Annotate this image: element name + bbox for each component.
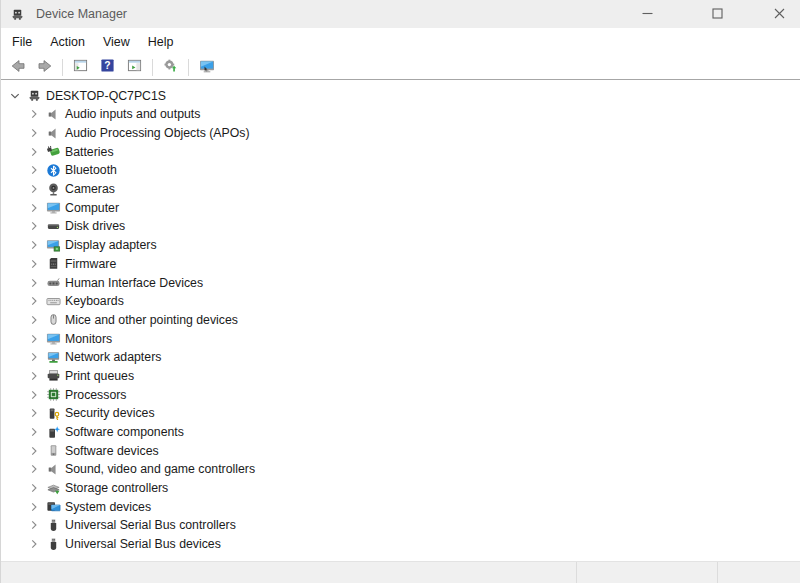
chevron-right-icon[interactable] <box>26 293 42 309</box>
menu-file[interactable]: File <box>3 31 41 53</box>
chevron-right-icon[interactable] <box>26 405 42 421</box>
chevron-down-icon[interactable] <box>7 88 23 104</box>
chevron-right-icon[interactable] <box>26 443 42 459</box>
tree-item[interactable]: Keyboards <box>1 292 800 311</box>
minimize-icon <box>642 7 653 22</box>
tree-item-label: Processors <box>65 388 127 402</box>
title-bar: Device Manager <box>1 0 800 28</box>
chevron-right-icon[interactable] <box>26 181 42 197</box>
chevron-right-icon[interactable] <box>26 517 42 533</box>
tree-item[interactable]: Display adapters <box>1 236 800 255</box>
chevron-right-icon[interactable] <box>26 331 42 347</box>
menu-view[interactable]: View <box>94 31 139 53</box>
usb-icon <box>45 536 61 552</box>
chevron-right-icon[interactable] <box>26 499 42 515</box>
forward-button[interactable] <box>32 57 57 78</box>
chevron-right-icon[interactable] <box>26 536 42 552</box>
menu-bar: FileActionViewHelp <box>1 28 800 55</box>
desktop-strip <box>1 561 800 583</box>
chevron-right-icon[interactable] <box>26 368 42 384</box>
tree-item[interactable]: Universal Serial Bus controllers <box>1 516 800 535</box>
forward-arrow-icon <box>37 58 53 77</box>
tree-item-label: Computer <box>65 201 119 215</box>
tree-item[interactable]: Software devices <box>1 441 800 460</box>
tree-item[interactable]: Cameras <box>1 180 800 199</box>
scan-hardware-changes-button[interactable] <box>158 57 183 78</box>
software-component-icon <box>45 424 61 440</box>
window-title: Device Manager <box>36 7 127 21</box>
maximize-button[interactable] <box>695 0 739 28</box>
tree-item[interactable]: Processors <box>1 385 800 404</box>
menu-action[interactable]: Action <box>41 31 94 53</box>
chevron-right-icon[interactable] <box>26 200 42 216</box>
speaker-icon <box>45 461 61 477</box>
close-icon <box>774 7 785 22</box>
chevron-right-icon[interactable] <box>26 480 42 496</box>
computer-device-icon <box>26 88 42 104</box>
chevron-right-icon[interactable] <box>26 387 42 403</box>
chevron-right-icon[interactable] <box>26 106 42 122</box>
close-button[interactable] <box>757 0 800 28</box>
help-icon: ? <box>100 58 115 76</box>
tree-item[interactable]: Storage controllers <box>1 479 800 498</box>
chevron-right-icon[interactable] <box>26 125 42 141</box>
strip-divider <box>717 562 718 583</box>
computer-view-button[interactable] <box>194 57 219 78</box>
tree-item[interactable]: Human Interface Devices <box>1 273 800 292</box>
toolbar-separator <box>62 59 63 76</box>
tree-item-label: Human Interface Devices <box>65 276 203 290</box>
tree-root[interactable]: DESKTOP-QC7PC1S <box>1 86 800 105</box>
chevron-right-icon[interactable] <box>26 275 42 291</box>
chevron-right-icon[interactable] <box>26 218 42 234</box>
tree-item[interactable]: Print queues <box>1 367 800 386</box>
device-tree: DESKTOP-QC7PC1S Audio inputs and outputs… <box>1 80 800 562</box>
show-console-tree-button[interactable] <box>68 57 93 78</box>
tree-item[interactable]: Audio Processing Objects (APOs) <box>1 124 800 143</box>
minimize-button[interactable] <box>625 0 669 28</box>
tree-item-label: Audio inputs and outputs <box>65 107 200 121</box>
tree-item-label: Bluetooth <box>65 163 117 177</box>
tree-item[interactable]: Bluetooth <box>1 161 800 180</box>
help-button[interactable]: ? <box>95 57 120 78</box>
mouse-icon <box>45 312 61 328</box>
tree-item-label: Universal Serial Bus devices <box>65 537 221 551</box>
tree-item[interactable]: Network adapters <box>1 348 800 367</box>
chevron-right-icon[interactable] <box>26 349 42 365</box>
tree-item-label: Keyboards <box>65 294 124 308</box>
chevron-right-icon[interactable] <box>26 312 42 328</box>
tree-item[interactable]: Security devices <box>1 404 800 423</box>
chevron-right-icon[interactable] <box>26 237 42 253</box>
tree-item[interactable]: Computer <box>1 198 800 217</box>
tree-item[interactable]: Firmware <box>1 255 800 274</box>
bluetooth-icon <box>45 162 61 178</box>
chevron-right-icon[interactable] <box>26 461 42 477</box>
chevron-right-icon[interactable] <box>26 256 42 272</box>
tree-item[interactable]: Software components <box>1 423 800 442</box>
tree-item-label: Firmware <box>65 257 116 271</box>
display-adapter-icon <box>45 237 61 253</box>
tree-item[interactable]: Monitors <box>1 329 800 348</box>
chevron-right-icon[interactable] <box>26 162 42 178</box>
software-device-icon <box>45 443 61 459</box>
network-adapter-icon <box>45 349 61 365</box>
battery-icon <box>45 144 61 160</box>
scan-hardware-icon <box>163 58 178 76</box>
tree-root-label: DESKTOP-QC7PC1S <box>46 89 166 103</box>
processor-icon <box>45 387 61 403</box>
tree-item[interactable]: System devices <box>1 497 800 516</box>
tree-item[interactable]: Batteries <box>1 142 800 161</box>
tree-item[interactable]: Mice and other pointing devices <box>1 311 800 330</box>
tree-item[interactable]: Universal Serial Bus devices <box>1 535 800 554</box>
show-action-pane-button[interactable] <box>122 57 147 78</box>
chevron-right-icon[interactable] <box>26 424 42 440</box>
monitor-icon <box>45 200 61 216</box>
tree-item[interactable]: Disk drives <box>1 217 800 236</box>
chevron-right-icon[interactable] <box>26 144 42 160</box>
tree-item-label: Display adapters <box>65 238 157 252</box>
tree-item-label: Mice and other pointing devices <box>65 313 238 327</box>
tree-item[interactable]: Sound, video and game controllers <box>1 460 800 479</box>
menu-help[interactable]: Help <box>139 31 183 53</box>
tree-item[interactable]: Audio inputs and outputs <box>1 105 800 124</box>
device-manager-window: Device Manager FileActionViewHelp ? DESK… <box>0 0 800 583</box>
back-button[interactable] <box>5 57 30 78</box>
